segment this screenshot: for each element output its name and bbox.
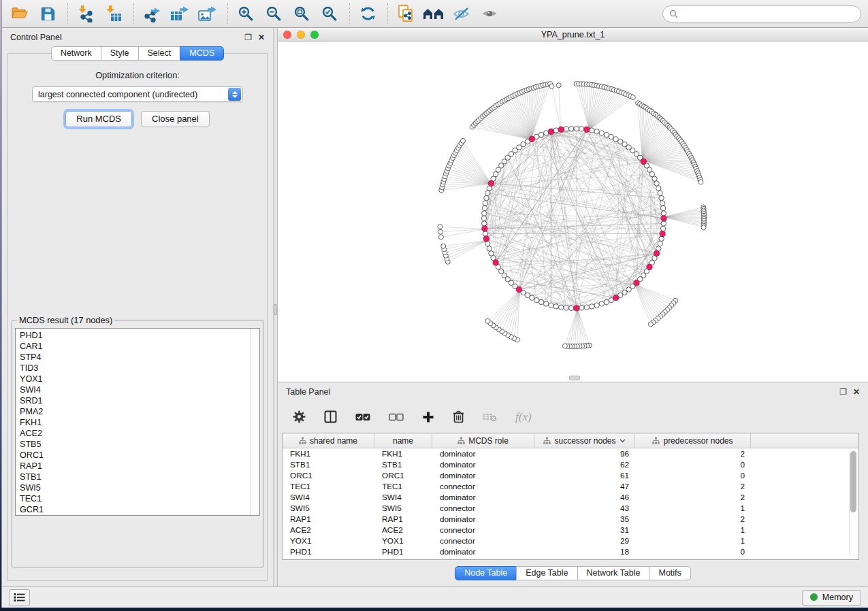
tab-mcds[interactable]: MCDS: [180, 46, 224, 61]
float-panel-icon[interactable]: ❐: [839, 387, 847, 397]
column-label: successor nodes: [554, 436, 615, 446]
network-window-titlebar: YPA_prune.txt_1: [278, 28, 868, 42]
network-graph[interactable]: [278, 42, 867, 382]
table-row[interactable]: ORC1ORC1dominator610: [283, 470, 858, 481]
network-canvas[interactable]: [278, 42, 868, 382]
zoom-selected-icon: [321, 5, 338, 22]
optimization-criterion-select[interactable]: largest connected component (undirected): [32, 86, 243, 102]
table-row[interactable]: STB1STB1dominator620: [283, 459, 858, 470]
horizontal-splitter-handle[interactable]: [569, 376, 580, 380]
selected-criterion: largest connected component (undirected): [33, 90, 228, 99]
table-cell: dominator: [432, 448, 534, 459]
table-scrollbar[interactable]: [849, 450, 857, 557]
table-row[interactable]: PHD1PHD1dominator180: [283, 546, 858, 557]
table-cell: TEC1: [283, 481, 374, 492]
mcds-result-item[interactable]: TID3: [20, 363, 259, 374]
mcds-result-item[interactable]: PMA2: [20, 406, 259, 417]
table-cell: dominator: [432, 514, 534, 525]
scrollbar-thumb[interactable]: [850, 451, 856, 512]
function-builder-button[interactable]: f(x): [515, 410, 532, 424]
column-header-MCDS-role[interactable]: MCDS role: [432, 433, 534, 448]
table-cell: dominator: [432, 470, 534, 481]
tab-network-table[interactable]: Network Table: [577, 566, 650, 580]
mcds-result-item[interactable]: SWI5: [20, 482, 259, 493]
toolbar-separator: [387, 3, 388, 24]
mcds-result-item[interactable]: ORC1: [20, 450, 259, 461]
column-header-name[interactable]: name: [374, 433, 432, 448]
select-all-button[interactable]: [355, 413, 370, 421]
close-panel-button[interactable]: Close panel: [141, 111, 210, 127]
memory-button[interactable]: Memory: [802, 590, 861, 606]
toolbar-separator: [227, 3, 228, 24]
tab-edge-table[interactable]: Edge Table: [516, 566, 577, 580]
open-file-button[interactable]: [9, 3, 31, 24]
hide-selected-button[interactable]: [451, 3, 472, 24]
add-column-button[interactable]: [422, 411, 434, 423]
mcds-result-list[interactable]: PHD1CAR1STP4TID3YOX1SWI4SRD1PMA2FKH1ACE2…: [15, 328, 260, 516]
mcds-result-item[interactable]: SRD1: [20, 395, 259, 406]
split-view-button[interactable]: [324, 410, 337, 423]
zoom-selected-button[interactable]: [319, 3, 340, 24]
mcds-list-scrollbar[interactable]: [251, 329, 259, 515]
mcds-result-item[interactable]: RAP1: [20, 461, 259, 472]
mcds-result-item[interactable]: ACE2: [20, 428, 259, 439]
table-row[interactable]: TEC1TEC1connector472: [283, 481, 858, 492]
column-header-predecessor-nodes[interactable]: predecessor nodes: [635, 433, 751, 448]
show-panels-button[interactable]: [9, 589, 30, 606]
close-panel-icon[interactable]: ✕: [853, 387, 860, 397]
run-mcds-button[interactable]: Run MCDS: [65, 111, 132, 127]
export-network-button[interactable]: [141, 3, 163, 24]
delete-rows-button[interactable]: [483, 412, 497, 422]
zoom-in-button[interactable]: [235, 3, 257, 24]
deselect-all-button[interactable]: [389, 413, 404, 421]
table-row[interactable]: ACE2ACE2connector311: [283, 525, 858, 535]
zoom-fit-button[interactable]: [291, 3, 312, 24]
search-input[interactable]: [682, 9, 854, 18]
export-image-button[interactable]: [197, 3, 219, 24]
mcds-result-item[interactable]: YOX1: [20, 374, 259, 384]
first-neighbors-button[interactable]: [423, 3, 445, 24]
mcds-result-item[interactable]: STB5: [20, 439, 259, 450]
export-image-icon: [197, 5, 218, 22]
node-table: shared namenameMCDS rolesuccessor nodesp…: [282, 433, 859, 560]
panel-splitter[interactable]: [273, 28, 278, 587]
import-network-button[interactable]: [75, 3, 97, 24]
mcds-result-item[interactable]: FKH1: [20, 417, 259, 428]
mcds-result-item[interactable]: STB1: [20, 472, 259, 482]
table-row[interactable]: SWI4SWI4dominator462: [283, 492, 858, 503]
mcds-result-item[interactable]: CAR1: [20, 341, 259, 352]
table-row[interactable]: SWI5SWI5connector431: [283, 503, 858, 514]
table-row[interactable]: YOX1YOX1connector291: [283, 535, 858, 546]
apply-layout-button[interactable]: [357, 3, 379, 24]
save-session-button[interactable]: [37, 3, 59, 24]
export-table-button[interactable]: [169, 3, 191, 24]
table-panel-title: Table Panel: [286, 387, 833, 397]
float-panel-icon[interactable]: ❐: [244, 33, 252, 42]
table-row[interactable]: RAP1RAP1dominator352: [283, 514, 858, 525]
table-panel-tabs: Node TableEdge TableNetwork TableMotifs: [278, 560, 868, 587]
new-network-from-selection-button[interactable]: [395, 3, 417, 24]
column-header-successor-nodes[interactable]: successor nodes: [534, 433, 635, 448]
import-table-button[interactable]: [103, 3, 125, 24]
tab-style[interactable]: Style: [101, 46, 139, 61]
tab-network[interactable]: Network: [51, 46, 101, 61]
table-header-row: shared namenameMCDS rolesuccessor nodesp…: [283, 433, 858, 448]
mcds-result-item[interactable]: TEC1: [20, 493, 259, 504]
mcds-result-item[interactable]: GCR1: [20, 504, 259, 515]
tab-motifs[interactable]: Motifs: [649, 566, 690, 580]
zoom-out-button[interactable]: [263, 3, 285, 24]
mcds-result-item[interactable]: SWI4: [20, 384, 259, 395]
tab-node-table[interactable]: Node Table: [455, 566, 517, 580]
mcds-result-item[interactable]: STP4: [20, 352, 259, 363]
table-row[interactable]: FKH1FKH1dominator962: [283, 448, 858, 459]
splitter-handle[interactable]: [274, 304, 277, 315]
show-all-button[interactable]: [479, 3, 500, 24]
mcds-result-item[interactable]: PHD1: [20, 330, 259, 341]
delete-columns-button[interactable]: [453, 410, 464, 423]
table-settings-button[interactable]: [293, 410, 306, 423]
tab-select[interactable]: Select: [138, 46, 181, 61]
column-header-shared-name[interactable]: shared name: [283, 433, 374, 448]
close-panel-icon[interactable]: ✕: [258, 33, 265, 42]
search-field[interactable]: [662, 5, 861, 22]
mcds-tab-content: Optimization criterion: largest connecte…: [7, 53, 268, 581]
